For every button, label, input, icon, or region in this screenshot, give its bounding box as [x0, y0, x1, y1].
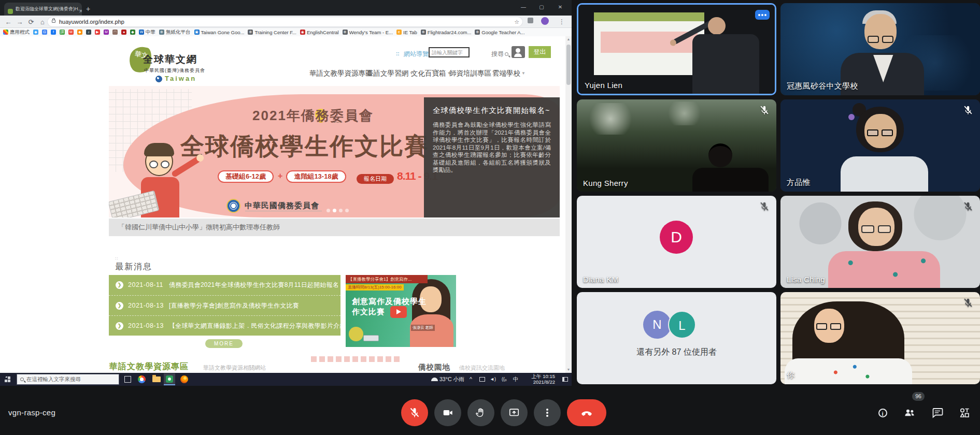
bookmark-icon-item[interactable]: M — [68, 30, 74, 35]
chrome-taskbar-icon[interactable] — [138, 375, 146, 383]
browser-tab[interactable]: 歡迎蒞臨全球華文網(僑委會)H... ✕ — [4, 3, 82, 16]
bookmark-icon-item[interactable]: ♪ — [86, 30, 91, 35]
reload-icon[interactable]: ⟳ — [26, 16, 36, 28]
back-icon[interactable]: ← — [3, 16, 13, 28]
tray-expand-caret[interactable]: ^ — [470, 373, 472, 386]
bookmark-icon-item[interactable]: G — [42, 30, 47, 35]
site-search-input[interactable]: 請輸入關鍵字 — [429, 47, 470, 57]
window-minimize-button[interactable]: — — [516, 0, 531, 15]
window-maximize-button[interactable]: ▢ — [534, 0, 549, 15]
profile-avatar[interactable] — [541, 17, 549, 25]
tile-school-participant[interactable]: 冠惠風砂谷中文學校 — [780, 3, 980, 95]
bookmark-icon-item[interactable]: f — [51, 30, 56, 35]
nav-taiwanese-learning[interactable]: 臺語文學習網▼ — [366, 69, 414, 78]
end-call-button[interactable] — [567, 399, 606, 426]
network-icon[interactable]: ((ₒ — [502, 373, 506, 386]
extensions-icon[interactable] — [528, 18, 533, 23]
bookmark-item[interactable]: eIE Tab — [396, 30, 417, 35]
section-school-corner[interactable]: 僑校園地 — [418, 363, 450, 372]
bookmark-item[interactable]: ▣Taiwan Gone Goo... — [194, 30, 245, 35]
favicon: M — [68, 30, 74, 35]
language-indicator[interactable]: 中 — [513, 373, 519, 386]
chat-button[interactable] — [931, 406, 944, 419]
participants-button[interactable] — [903, 406, 916, 419]
tile-diana-km[interactable]: D Diana KM — [577, 196, 776, 288]
bookmark-icon-item[interactable]: ◆ — [77, 30, 82, 35]
bookmark-apps[interactable]: 應用程式 — [3, 29, 30, 36]
news-row[interactable]: ❯ 2021-08-13 【全球華文網直播錄影上架．民俗文化課程分享與教學影片介… — [109, 315, 340, 336]
play-button-icon[interactable] — [390, 306, 407, 318]
start-button[interactable] — [5, 376, 7, 379]
bookmark-item[interactable]: ⊕無紙化平台 — [159, 29, 191, 36]
browser-menu-icon[interactable]: ⋮ — [559, 16, 565, 27]
home-icon[interactable]: ⌂ — [37, 16, 48, 28]
site-search-button[interactable]: 搜尋 — [491, 50, 508, 59]
nav-culture-box[interactable]: 文化百寶箱▼ — [411, 69, 451, 78]
announcement-ticker[interactable]: 「韓國仁川華僑中山中小學」徵聘初高中數理專任教師 — [109, 219, 560, 236]
forward-icon[interactable]: → — [15, 16, 25, 28]
nav-cloud-school[interactable]: 雲端學校▼ — [492, 69, 525, 78]
logout-button[interactable]: 登出 — [529, 46, 551, 58]
video-thumbnail[interactable]: 【直播教學分享會1】創意寫作... 直播時間8/13(五)15:00-16:00… — [346, 275, 456, 347]
sitemap-link[interactable]: 網站導覽 — [404, 50, 429, 59]
bookmark-item[interactable]: ⊕Flightradar24.com... — [421, 30, 471, 35]
tab-close-icon[interactable]: ✕ — [79, 6, 82, 16]
bookmark-star-icon[interactable]: ☆ — [514, 17, 519, 26]
news-more-button[interactable]: MORE — [205, 339, 243, 348]
bookmark-icon-item[interactable]: M — [104, 30, 109, 35]
notification-center-icon[interactable] — [562, 377, 568, 382]
member-account-button[interactable] — [512, 46, 525, 58]
meet-taskbar-icon[interactable] — [164, 373, 175, 385]
tile-you[interactable]: 你 — [780, 292, 980, 384]
bookmark-icon-item[interactable]: ◆ — [33, 30, 38, 35]
weather-widget[interactable]: 33°C 小雨 — [431, 373, 464, 386]
bookmark-item[interactable]: ⊕Wendy's Team - E... — [343, 30, 393, 35]
bookmark-item[interactable]: ◉EnglishCentral — [300, 30, 339, 35]
audio-active-badge — [755, 10, 770, 20]
more-options-button[interactable] — [534, 399, 561, 426]
tile-fang-pin-wei[interactable]: 方品惟 — [780, 99, 980, 192]
window-close-button[interactable]: ✕ — [552, 0, 568, 15]
carousel-dots[interactable] — [326, 205, 351, 214]
tile-lisa-ching[interactable]: Lisa Ching — [780, 196, 980, 288]
bookmark-item[interactable]: W中華 — [139, 29, 155, 36]
volume-icon[interactable]: ◄) — [490, 373, 496, 386]
section-teaching-resources[interactable]: 華語文教學資源專區 — [109, 361, 189, 372]
tile-kung-sherry[interactable]: Kung Sherry — [577, 99, 776, 192]
tile-other-participants[interactable]: N L 還有另外 87 位使用者 — [577, 292, 776, 384]
scroll-up-arrow[interactable]: ▲ — [565, 37, 572, 41]
favicon: ◠ — [112, 30, 118, 35]
bookmark-icon-item[interactable]: ◠ — [112, 30, 118, 35]
activities-button[interactable] — [958, 406, 971, 419]
site-title[interactable]: 全球華文網 — [143, 53, 197, 66]
present-screen-button[interactable] — [501, 399, 528, 426]
bookmark-icon-item[interactable]: ▶ — [95, 30, 100, 35]
news-row[interactable]: ❯ 2021-08-13 [直播教學分享會]創意寫作及僑校學生作文比賽 — [109, 295, 340, 315]
bookmark-item[interactable]: ⊕Google Teacher A... — [475, 30, 524, 35]
raise-hand-button[interactable] — [467, 399, 494, 426]
scroll-down-arrow[interactable]: ▼ — [565, 368, 572, 371]
clock[interactable]: 上午 10:152021/8/22 — [521, 374, 555, 385]
scrollbar-thumb[interactable] — [566, 45, 571, 85]
mic-toggle-button[interactable] — [401, 399, 428, 426]
tile-yujen-lien[interactable]: Yujen Lien — [577, 3, 776, 95]
file-explorer-icon[interactable] — [152, 376, 161, 382]
camera-toggle-button[interactable] — [434, 399, 461, 426]
bookmark-item[interactable]: ⊕Training Center F... — [248, 30, 296, 35]
meeting-details-button[interactable]: i — [876, 406, 889, 419]
new-tab-button[interactable]: + — [86, 3, 90, 15]
deco-square — [361, 356, 366, 362]
tray-display-icon[interactable] — [479, 377, 485, 382]
firefox-taskbar-icon[interactable] — [180, 375, 188, 383]
bookmark-icon-item[interactable]: ● — [121, 30, 126, 35]
glasses-icon — [882, 129, 893, 136]
bookmark-icon-item[interactable]: 譯 — [60, 30, 65, 35]
hero-banner[interactable]: ~~~ 2021年僑務委員會 全球僑校學生作文比賽 基礎組6-12歲 + 進階組… — [109, 86, 560, 218]
bookmark-icon-item[interactable]: ◆ — [130, 30, 135, 35]
page-scrollbar[interactable] — [565, 36, 572, 373]
taskbar-search[interactable]: 在這裡輸入文字來搜尋 — [17, 374, 119, 385]
address-bar[interactable]: huayuworld.org/index.php ☆ — [48, 17, 522, 26]
nav-teacher-training[interactable]: 師資培訓專區▼ — [449, 69, 496, 78]
task-view-icon[interactable] — [124, 376, 131, 383]
news-row[interactable]: ❯ 2021-08-11 僑務委員會2021年全球僑校學生作文比賽8月11日起開… — [109, 275, 340, 295]
